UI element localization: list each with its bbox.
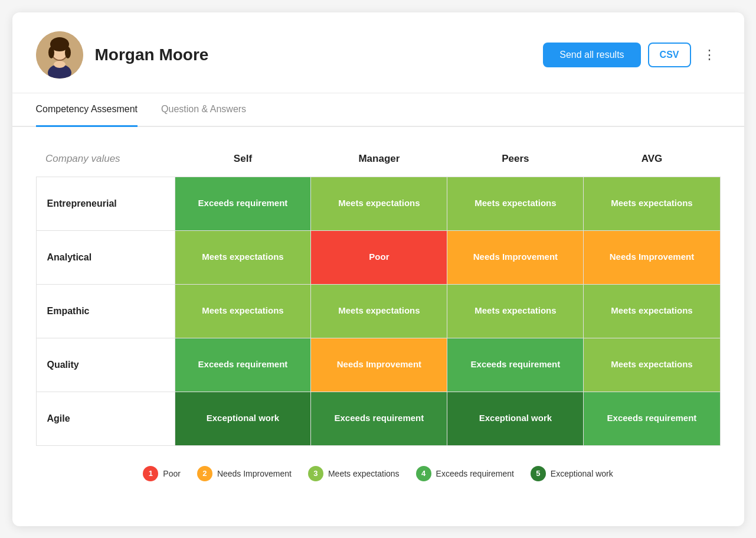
cell-analytical-manager: Poor — [311, 230, 447, 284]
row-label-analytical: Analytical — [36, 230, 175, 284]
main-card: Morgan Moore Send all results CSV ⋮ Comp… — [12, 12, 744, 526]
legend-dot-5: 5 — [531, 466, 546, 481]
legend-dot-2: 2 — [197, 466, 212, 481]
cell-quality-self: Exceeds requirement — [175, 338, 311, 392]
cell-agile-peers: Exceptional work — [447, 392, 584, 445]
cell-value-analytical-manager: Poor — [311, 231, 447, 284]
cell-value-agile-self: Exceptional work — [175, 392, 311, 445]
cell-entrepreneurial-avg: Meets expectations — [584, 177, 720, 230]
cell-value-entrepreneurial-avg: Meets expectations — [584, 177, 719, 230]
cell-empathic-self: Meets expectations — [175, 284, 311, 338]
row-label-agile: Agile — [36, 392, 175, 445]
cell-value-analytical-peers: Needs Improvement — [447, 231, 583, 284]
col-header-self: Self — [175, 146, 311, 177]
legend-item-2: 2Needs Improvement — [197, 466, 292, 481]
competency-table: Company values Self Manager Peers AVG En… — [36, 146, 721, 446]
tab-question-answers[interactable]: Question & Answers — [161, 93, 246, 127]
cell-analytical-self: Meets expectations — [175, 230, 311, 284]
cell-value-entrepreneurial-peers: Meets expectations — [447, 177, 583, 230]
svg-point-5 — [48, 47, 54, 58]
cell-value-entrepreneurial-self: Exceeds requirement — [175, 177, 311, 230]
cell-empathic-manager: Meets expectations — [311, 284, 447, 338]
cell-value-quality-self: Exceeds requirement — [175, 338, 311, 392]
cell-value-empathic-self: Meets expectations — [175, 285, 311, 338]
cell-value-empathic-peers: Meets expectations — [447, 285, 583, 338]
cell-analytical-peers: Needs Improvement — [447, 230, 584, 284]
legend-label-3: Meets expectations — [328, 469, 400, 478]
cell-value-quality-manager: Needs Improvement — [311, 338, 447, 392]
user-name: Morgan Moore — [95, 45, 544, 64]
competency-table-wrap: Company values Self Manager Peers AVG En… — [12, 127, 744, 460]
row-label-entrepreneurial: Entrepreneurial — [36, 177, 175, 230]
csv-button[interactable]: CSV — [648, 43, 691, 67]
cell-agile-avg: Exceeds requirement — [584, 392, 720, 445]
cell-agile-manager: Exceeds requirement — [311, 392, 447, 445]
cell-value-analytical-avg: Needs Improvement — [584, 231, 719, 284]
svg-point-3 — [55, 53, 64, 60]
cell-entrepreneurial-manager: Meets expectations — [311, 177, 447, 230]
row-label-empathic: Empathic — [36, 284, 175, 338]
cell-value-empathic-avg: Meets expectations — [584, 285, 719, 338]
legend-item-4: 4Exceeds requirement — [416, 466, 514, 481]
cell-value-quality-avg: Meets expectations — [584, 338, 719, 392]
cell-entrepreneurial-peers: Meets expectations — [447, 177, 584, 230]
legend: 1Poor2Needs Improvement3Meets expectatio… — [12, 466, 744, 481]
send-all-results-button[interactable]: Send all results — [543, 43, 640, 67]
cell-agile-self: Exceptional work — [175, 392, 311, 445]
col-header-manager: Manager — [311, 146, 447, 177]
legend-item-3: 3Meets expectations — [308, 466, 400, 481]
cell-value-analytical-self: Meets expectations — [175, 231, 311, 284]
legend-item-5: 5Exceptional work — [531, 466, 613, 481]
legend-label-1: Poor — [163, 469, 181, 478]
col-header-peers: Peers — [447, 146, 584, 177]
legend-label-2: Needs Improvement — [217, 469, 292, 478]
avatar — [36, 31, 83, 79]
cell-quality-peers: Exceeds requirement — [447, 338, 584, 392]
col-header-company: Company values — [36, 146, 175, 177]
legend-label-5: Exceptional work — [551, 469, 613, 478]
legend-dot-4: 4 — [416, 466, 431, 481]
cell-value-agile-manager: Exceeds requirement — [311, 392, 447, 445]
cell-quality-avg: Meets expectations — [584, 338, 720, 392]
cell-value-agile-peers: Exceptional work — [447, 392, 583, 445]
tabs: Competency Assesment Question & Answers — [12, 93, 744, 127]
cell-value-entrepreneurial-manager: Meets expectations — [311, 177, 447, 230]
cell-empathic-avg: Meets expectations — [584, 284, 720, 338]
svg-point-6 — [65, 47, 71, 58]
cell-analytical-avg: Needs Improvement — [584, 230, 720, 284]
tab-competency-assessment[interactable]: Competency Assesment — [36, 93, 138, 127]
legend-dot-1: 1 — [143, 466, 158, 481]
cell-value-quality-peers: Exceeds requirement — [447, 338, 583, 392]
cell-empathic-peers: Meets expectations — [447, 284, 584, 338]
cell-value-empathic-manager: Meets expectations — [311, 285, 447, 338]
legend-item-1: 1Poor — [143, 466, 181, 481]
more-icon: ⋮ — [703, 47, 716, 63]
cell-quality-manager: Needs Improvement — [311, 338, 447, 392]
more-options-button[interactable]: ⋮ — [698, 45, 721, 65]
header: Morgan Moore Send all results CSV ⋮ — [12, 12, 744, 93]
legend-label-4: Exceeds requirement — [436, 469, 514, 478]
svg-point-8 — [54, 61, 66, 68]
legend-dot-3: 3 — [308, 466, 323, 481]
cell-entrepreneurial-self: Exceeds requirement — [175, 177, 311, 230]
row-label-quality: Quality — [36, 338, 175, 392]
cell-value-agile-avg: Exceeds requirement — [584, 392, 719, 445]
col-header-avg: AVG — [584, 146, 720, 177]
header-actions: Send all results CSV ⋮ — [543, 43, 720, 67]
